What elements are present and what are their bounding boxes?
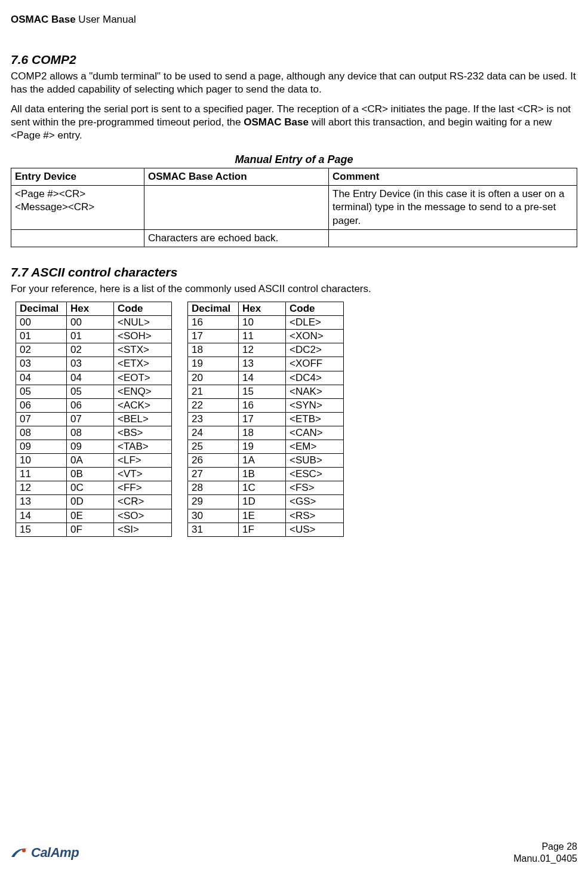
ascii-th-dec: Decimal — [188, 302, 239, 316]
ascii-cell: <EOT> — [114, 371, 172, 385]
section-7-6-p1: COMP2 allows a "dumb terminal" to be use… — [11, 70, 577, 96]
ascii-cell: 16 — [239, 398, 286, 412]
ascii-th-hex: Hex — [239, 302, 286, 316]
ascii-cell: 01 — [67, 330, 114, 343]
ascii-cell: 04 — [67, 371, 114, 385]
table-row: 281C<FS> — [188, 481, 344, 495]
section-7-6-p2: All data entering the serial port is sen… — [11, 103, 577, 142]
ascii-cell: 09 — [67, 440, 114, 454]
ascii-cell: 25 — [188, 440, 239, 454]
ascii-cell: 16 — [188, 316, 239, 330]
ascii-cell: <LF> — [114, 454, 172, 468]
entry-cell: The Entry Device (in this case it is oft… — [329, 186, 577, 229]
ascii-th-hex: Hex — [67, 302, 114, 316]
doc-header: OSMAC Base User Manual — [11, 13, 577, 26]
ascii-cell: <NAK> — [286, 385, 344, 398]
ascii-cell: <GS> — [286, 495, 344, 509]
ascii-cell: 1E — [239, 509, 286, 523]
table-row: 0404<EOT> — [16, 371, 172, 385]
ascii-cell: 03 — [16, 357, 67, 371]
ascii-cell: 30 — [188, 509, 239, 523]
ascii-cell: 27 — [188, 468, 239, 481]
ascii-cell: 1D — [239, 495, 286, 509]
ascii-cell: 10 — [16, 454, 67, 468]
ascii-cell: <CAN> — [286, 426, 344, 440]
ascii-tables-wrap: Decimal Hex Code 0000<NUL>0101<SOH>0202<… — [16, 302, 577, 537]
section-7-6-heading: 7.6 COMP2 — [11, 51, 577, 67]
table-row: 0707<BEL> — [16, 412, 172, 426]
ascii-cell: <US> — [286, 523, 344, 536]
ascii-cell: <ENQ> — [114, 385, 172, 398]
ascii-th-dec: Decimal — [16, 302, 67, 316]
section-7-6-p2-bold: OSMAC Base — [244, 116, 309, 128]
table-row: 110B<VT> — [16, 468, 172, 481]
ascii-cell: 12 — [16, 481, 67, 495]
table-row: Decimal Hex Code — [188, 302, 344, 316]
ascii-cell: 05 — [67, 385, 114, 398]
ascii-cell: 01 — [16, 330, 67, 343]
ascii-cell: 07 — [16, 412, 67, 426]
ascii-cell: 04 — [16, 371, 67, 385]
ascii-cell: 0F — [67, 523, 114, 536]
ascii-cell: <CR> — [114, 495, 172, 509]
ascii-cell: 1C — [239, 481, 286, 495]
table-row: 1711<XON> — [188, 330, 344, 343]
ascii-cell: 07 — [67, 412, 114, 426]
ascii-cell: <XON> — [286, 330, 344, 343]
ascii-cell: 18 — [239, 426, 286, 440]
ascii-cell: <ETB> — [286, 412, 344, 426]
entry-table-caption: Manual Entry of a Page — [11, 153, 577, 167]
table-row: 1610<DLE> — [188, 316, 344, 330]
section-7-7-p1: For your reference, here is a list of th… — [11, 282, 577, 296]
table-row: 0202<STX> — [16, 343, 172, 357]
ascii-cell: 1B — [239, 468, 286, 481]
ascii-cell: 18 — [188, 343, 239, 357]
table-row: 1812<DC2> — [188, 343, 344, 357]
ascii-cell: 03 — [67, 357, 114, 371]
table-row: 271B<ESC> — [188, 468, 344, 481]
ascii-cell: 11 — [239, 330, 286, 343]
table-row: 0000<NUL> — [16, 316, 172, 330]
ascii-cell: 1A — [239, 454, 286, 468]
ascii-cell: 19 — [188, 357, 239, 371]
ascii-cell: 08 — [16, 426, 67, 440]
table-row: 2216<SYN> — [188, 398, 344, 412]
ascii-cell: 15 — [16, 523, 67, 536]
ascii-cell: <FS> — [286, 481, 344, 495]
table-row: 120C<FF> — [16, 481, 172, 495]
ascii-th-code: Code — [114, 302, 172, 316]
ascii-cell: 02 — [16, 343, 67, 357]
ascii-cell: 23 — [188, 412, 239, 426]
table-row: 100A<LF> — [16, 454, 172, 468]
ascii-cell: 31 — [188, 523, 239, 536]
entry-cell — [144, 186, 329, 229]
entry-th-action: OSMAC Base Action — [144, 168, 329, 186]
ascii-cell: 00 — [67, 316, 114, 330]
table-row: 140E<SO> — [16, 509, 172, 523]
table-row: 150F<SI> — [16, 523, 172, 536]
ascii-cell: 24 — [188, 426, 239, 440]
table-row: 0606<ACK> — [16, 398, 172, 412]
ascii-cell: <SO> — [114, 509, 172, 523]
ascii-cell: <NUL> — [114, 316, 172, 330]
ascii-cell: <BEL> — [114, 412, 172, 426]
ascii-table-right: Decimal Hex Code 1610<DLE>1711<XON>1812<… — [187, 302, 344, 537]
table-row: Decimal Hex Code — [16, 302, 172, 316]
ascii-cell: 02 — [67, 343, 114, 357]
ascii-cell: <VT> — [114, 468, 172, 481]
ascii-cell: <DLE> — [286, 316, 344, 330]
ascii-cell: <ETX> — [114, 357, 172, 371]
ascii-th-code: Code — [286, 302, 344, 316]
ascii-cell: <SOH> — [114, 330, 172, 343]
ascii-cell: 22 — [188, 398, 239, 412]
table-row: 2317<ETB> — [188, 412, 344, 426]
table-row: 311F<US> — [188, 523, 344, 536]
ascii-cell: <DC2> — [286, 343, 344, 357]
ascii-cell: <SI> — [114, 523, 172, 536]
ascii-cell: 29 — [188, 495, 239, 509]
table-row: 2115<NAK> — [188, 385, 344, 398]
ascii-cell: <ESC> — [286, 468, 344, 481]
ascii-cell: 28 — [188, 481, 239, 495]
ascii-cell: <BS> — [114, 426, 172, 440]
table-row: 2519<EM> — [188, 440, 344, 454]
